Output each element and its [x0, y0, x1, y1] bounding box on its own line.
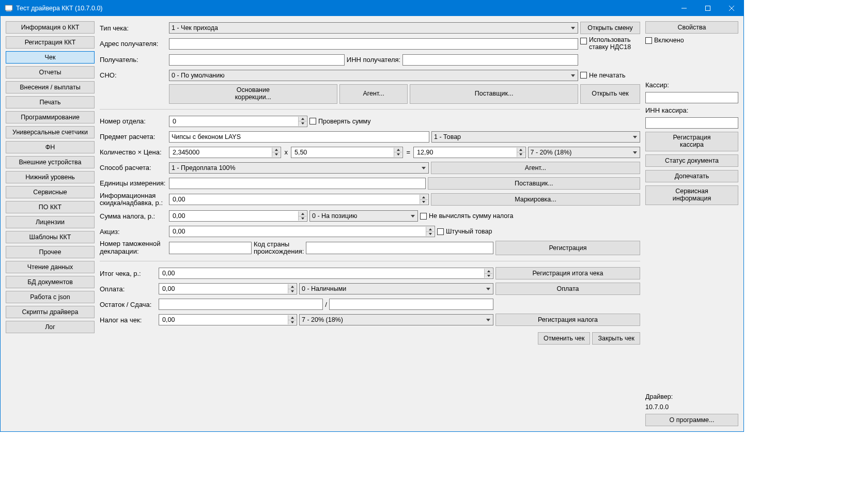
- no-print-checkbox[interactable]: Не печатать: [580, 72, 640, 79]
- label-tax-sum: Сумма налога, р.:: [100, 212, 167, 220]
- label-check-total: Итог чека, р.:: [100, 270, 157, 277]
- label-payment: Оплата:: [100, 285, 157, 293]
- combo-check-tax-rate[interactable]: 7 - 20% (18%): [299, 314, 493, 325]
- enabled-checkbox[interactable]: Включено: [645, 37, 738, 44]
- combo-tax-mode[interactable]: 0 - На позицию: [309, 210, 418, 222]
- nav-item-9[interactable]: Внешние устройства: [6, 156, 95, 168]
- left-nav: Информация о ККТРегистрация ККТЧекОтчеты…: [6, 21, 95, 426]
- registration-button[interactable]: Регистрация: [495, 241, 640, 255]
- price-spinner[interactable]: [291, 147, 403, 158]
- payment-button[interactable]: Оплата: [495, 283, 640, 295]
- correction-basis-button[interactable]: Основание коррекции...: [169, 84, 337, 104]
- nav-item-15[interactable]: Прочее: [6, 246, 95, 258]
- nav-item-7[interactable]: Универсальные счетчики: [6, 126, 95, 138]
- combo-sno[interactable]: 0 - По умолчанию: [169, 70, 578, 81]
- label-calc-method: Способ расчета:: [100, 164, 167, 172]
- nav-item-2[interactable]: Чек: [6, 51, 95, 64]
- nav-item-13[interactable]: Лицензии: [6, 216, 95, 228]
- no-calc-tax-checkbox[interactable]: Не вычислять сумму налога: [420, 212, 513, 220]
- label-recipient: Получатель:: [100, 56, 167, 64]
- right-panel: Свойства Включено Кассир: ИНН кассира: Р…: [645, 21, 738, 426]
- label-excise: Акциз:: [100, 228, 167, 236]
- payment-spinner[interactable]: [159, 283, 297, 294]
- close-button[interactable]: [720, 1, 743, 16]
- agent-button[interactable]: Агент...: [339, 84, 408, 104]
- nav-item-3[interactable]: Отчеты: [6, 66, 95, 79]
- nav-item-19[interactable]: Скрипты драйвера: [6, 306, 95, 318]
- recipient-address-input[interactable]: [169, 38, 578, 50]
- label-info-discount: Информационная скидка/надбавка, р.:: [100, 192, 167, 208]
- label-dept-num: Номер отдела:: [100, 117, 167, 125]
- label-qty-price: Количество × Цена:: [100, 148, 167, 156]
- supplier2-button[interactable]: Поставщик...: [428, 177, 640, 190]
- close-check-button[interactable]: Закрыть чек: [592, 332, 640, 345]
- nav-item-6[interactable]: Программирование: [6, 111, 95, 123]
- nav-item-16[interactable]: Чтение данных: [6, 261, 95, 273]
- country-code-input[interactable]: [306, 242, 493, 254]
- dept-number-spinner[interactable]: [169, 116, 307, 127]
- combo-subject-type[interactable]: 1 - Товар: [431, 131, 640, 143]
- nav-item-12[interactable]: ПО ККТ: [6, 201, 95, 213]
- label-units: Единицы измерения:: [100, 179, 167, 187]
- label-recipient-addr: Адрес получателя:: [100, 40, 167, 48]
- excise-spinner[interactable]: [169, 226, 435, 237]
- reg-total-button[interactable]: Регистрация итога чека: [495, 267, 640, 279]
- nav-item-10[interactable]: Нижний уровень: [6, 171, 95, 183]
- customs-decl-input[interactable]: [169, 242, 252, 254]
- reg-cashier-button[interactable]: Регистрация кассира: [645, 132, 738, 151]
- check-total-spinner[interactable]: [159, 268, 493, 279]
- driver-version: 10.7.0.0: [645, 403, 738, 411]
- properties-button[interactable]: Свойства: [645, 21, 738, 34]
- nav-item-11[interactable]: Сервисные: [6, 186, 95, 198]
- info-discount-spinner[interactable]: [169, 194, 429, 205]
- subject-input[interactable]: [169, 131, 429, 143]
- remainder-input[interactable]: [159, 299, 323, 310]
- nav-item-5[interactable]: Печать: [6, 96, 95, 108]
- label-check-tax: Налог на чек:: [100, 316, 157, 324]
- combo-payment-type[interactable]: 0 - Наличными: [299, 283, 493, 294]
- nav-item-20[interactable]: Лог: [6, 321, 95, 333]
- tax-sum-spinner[interactable]: [169, 210, 307, 222]
- open-check-button[interactable]: Открыть чек: [580, 84, 640, 104]
- nav-item-0[interactable]: Информация о ККТ: [6, 21, 95, 34]
- label-remainder: Остаток / Сдача:: [100, 301, 157, 308]
- units-input[interactable]: [169, 178, 426, 189]
- combo-check-type[interactable]: 1 - Чек прихода: [169, 22, 578, 34]
- cashier-inn-input[interactable]: [645, 117, 738, 129]
- minimize-button[interactable]: [672, 1, 696, 16]
- doc-status-button[interactable]: Статус документа: [645, 154, 738, 167]
- label-recipient-inn: ИНН получателя:: [347, 56, 400, 64]
- recipient-input[interactable]: [169, 54, 345, 66]
- maximize-button[interactable]: [696, 1, 720, 16]
- label-cashier: Кассир:: [645, 81, 738, 89]
- item-total-spinner[interactable]: [413, 147, 525, 158]
- marking-button[interactable]: Маркировка...: [431, 193, 640, 206]
- recipient-inn-input[interactable]: [402, 54, 578, 66]
- use-vat18-checkbox[interactable]: Использовать ставку НДС18: [580, 37, 640, 51]
- about-button[interactable]: О программе...: [645, 414, 738, 426]
- combo-tax-rate[interactable]: 7 - 20% (18%): [528, 147, 640, 158]
- check-sum-checkbox[interactable]: Проверять сумму: [309, 118, 371, 125]
- service-info-button[interactable]: Сервисная информация: [645, 185, 738, 205]
- reg-tax-button[interactable]: Регистрация налога: [495, 314, 640, 326]
- open-shift-button[interactable]: Открыть смену: [580, 22, 640, 34]
- check-tax-spinner[interactable]: [159, 314, 297, 325]
- combo-calc-method[interactable]: 1 - Предоплата 100%: [169, 162, 429, 174]
- nav-item-18[interactable]: Работа с json: [6, 291, 95, 303]
- label-driver: Драйвер:: [645, 393, 738, 400]
- supplier-button[interactable]: Поставщик...: [410, 84, 578, 104]
- nav-item-4[interactable]: Внесения / выплаты: [6, 81, 95, 94]
- label-country-code: Код страны происхождения:: [254, 241, 304, 256]
- cashier-input[interactable]: [645, 92, 738, 103]
- quantity-spinner[interactable]: [169, 147, 281, 158]
- svg-rect-0: [5, 5, 12, 10]
- nav-item-1[interactable]: Регистрация ККТ: [6, 36, 95, 49]
- nav-item-8[interactable]: ФН: [6, 141, 95, 153]
- nav-item-14[interactable]: Шаблоны ККТ: [6, 231, 95, 243]
- nav-item-17[interactable]: БД документов: [6, 276, 95, 288]
- agent2-button[interactable]: Агент...: [431, 162, 640, 174]
- piece-goods-checkbox[interactable]: Штучный товар: [437, 228, 640, 235]
- change-input[interactable]: [329, 299, 493, 310]
- cancel-check-button[interactable]: Отменить чек: [538, 332, 591, 345]
- reprint-button[interactable]: Допечатать: [645, 170, 738, 182]
